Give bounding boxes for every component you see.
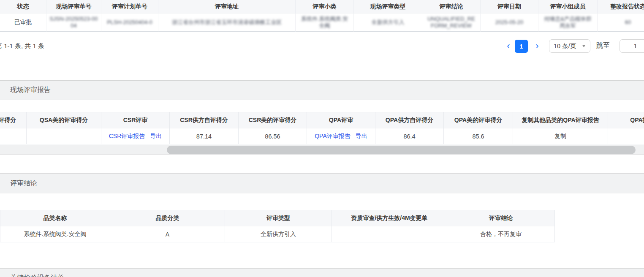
page-size-value: 10 条/页 (554, 42, 576, 50)
col-header-plan-order-no: 评审计划单号 (101, 0, 158, 14)
cell-category-name: 系统件.系统阀类.安全阀 (0, 226, 110, 242)
horizontal-scrollbar-track[interactable] (0, 145, 644, 155)
csr-report-link[interactable]: CSR评审报告 (109, 133, 145, 140)
pagination-prev-button[interactable]: ‹ (503, 40, 514, 52)
copy-qpa-report-action[interactable]: 复制 (513, 128, 608, 144)
report-scores-data-row: 88.18 CSR评审报告 导出 87.14 86.56 QPA评审报告 导出 … (0, 128, 644, 144)
col-header-csr-midea-score: CSR美的评审得分 (239, 112, 307, 128)
pagination-summary: 第 1-1 条, 共 1 条 (0, 42, 44, 50)
cell-address: 浙江省台州市浙江省玉环市清港镇塘横工业区 (158, 14, 296, 32)
cell-csr-supplier-score: 87.14 (170, 128, 239, 144)
cell-plan-order-no: PLSH-20250404-0 (101, 14, 158, 32)
cell-qualification (332, 226, 447, 242)
conclusion-data-row: 系统件.系统阀类.安全阀 A 全新供方引入 合格，不再复审 (0, 226, 555, 242)
col-header-onsite-type: 现场评审类型 (354, 0, 422, 14)
cell-qpa-audit: QPA评审报告 导出 (307, 128, 375, 144)
cell-quality-class: A (110, 226, 225, 242)
col-header-qpa-audit: QPA评审 (307, 112, 375, 128)
cell-csr-midea-score: 86.56 (239, 128, 307, 144)
audit-results-header-row: 状态 现场评审单号 评审计划单号 评审地址 评审小类 现场评审类型 评审结论 评… (0, 0, 644, 14)
cell-qpa-report-last (608, 128, 644, 144)
onsite-report-section-bar: 现场评审报告 (0, 80, 644, 100)
col-header-qualification: 资质审查/供方生效/4M变更单 (332, 210, 447, 226)
col-header-rectification-status: 整改报告状态 (598, 0, 644, 14)
onsite-report-section-title: 现场评审报告 (10, 86, 51, 95)
col-header-copy-qpa-report: 复制其他品类的QPA评审报告 (513, 112, 608, 128)
pagination-next-button[interactable]: › (531, 40, 543, 52)
report-scores-table: QSA供方自评得分 QSA美的评审得分 CSR评审 CSR供方自评得分 CSR美… (0, 112, 644, 144)
cell-date: 2025-05-20 (481, 14, 538, 32)
col-header-status: 状态 (0, 0, 46, 14)
col-header-qpa-midea-score: QPA美的评审得分 (444, 112, 513, 128)
col-header-conclusion: 评审结论 (422, 0, 481, 14)
col-header-csr-audit: CSR评审 (101, 112, 170, 128)
cell-qpa-supplier-score: 86.4 (375, 128, 444, 144)
cell-qpa-midea-score: 85.6 (444, 128, 513, 144)
audit-results-data-row: 已审批 SJSN-20250523-0004 PLSH-20250404-0 浙… (0, 14, 644, 32)
conclusion-table: 品类名称 品质分类 评审类型 资质审查/供方生效/4M变更单 评审结论 系统件.… (0, 210, 555, 242)
conclusion-section-title: 评审结论 (10, 179, 37, 188)
cell-team: 何继忠&产品模块群 周永军 (538, 14, 598, 32)
col-header-audit-conclusion: 评审结论 (447, 210, 555, 226)
conclusion-header-row: 品类名称 品质分类 评审类型 资质审查/供方生效/4M变更单 评审结论 (0, 210, 555, 226)
cell-rectification-status: 60 (598, 14, 644, 32)
col-header-subcategory: 评审小类 (296, 0, 354, 14)
col-header-address: 评审地址 (158, 0, 296, 14)
jump-to-page-input[interactable] (620, 39, 644, 53)
cell-qsa-supplier-score: 88.18 (0, 128, 27, 144)
page-size-select[interactable]: 10 条/页 ▼ (549, 39, 590, 53)
cell-subcategory: 系统件.系统阀类.安全阀 (296, 14, 354, 32)
col-header-team: 评审小组成员 (538, 0, 598, 14)
col-header-quality-class: 品质分类 (110, 210, 225, 226)
col-header-qsa-supplier-score: QSA供方自评得分 (0, 112, 27, 128)
equipment-list-section-title: 关键检验设备清单 (10, 274, 64, 277)
cell-conclusion: UNQUALIFIED_REFORM_REVIEW (422, 14, 481, 32)
report-scores-header-row: QSA供方自评得分 QSA美的评审得分 CSR评审 CSR供方自评得分 CSR美… (0, 112, 644, 128)
cell-qsa-midea-score (27, 128, 101, 144)
audit-results-table: 状态 现场评审单号 评审计划单号 评审地址 评审小类 现场评审类型 评审结论 评… (0, 0, 644, 32)
cell-audit-type: 全新供方引入 (225, 226, 332, 242)
pagination-page-1-button[interactable]: 1 (515, 40, 528, 53)
equipment-list-section-bar: 关键检验设备清单 (0, 268, 644, 277)
chevron-down-icon: ▼ (582, 44, 587, 48)
col-header-qpa-report: QPA报告 (608, 112, 644, 128)
col-header-category-name: 品类名称 (0, 210, 110, 226)
cell-onsite-type: 全新供方引入 (354, 14, 422, 32)
col-header-date: 评审日期 (481, 0, 538, 14)
col-header-qsa-midea-score: QSA美的评审得分 (27, 112, 101, 128)
conclusion-section-bar: 评审结论 (0, 173, 644, 193)
col-header-audit-type: 评审类型 (225, 210, 332, 226)
col-header-csr-supplier-score: CSR供方自评得分 (170, 112, 239, 128)
csr-export-link[interactable]: 导出 (150, 133, 162, 140)
cell-audit-order-no: SJSN-20250523-0004 (46, 14, 101, 32)
cell-audit-conclusion: 合格，不再复审 (447, 226, 555, 242)
cell-status: 已审批 (0, 14, 46, 32)
cell-csr-audit: CSR评审报告 导出 (101, 128, 170, 144)
qpa-export-link[interactable]: 导出 (356, 133, 367, 140)
col-header-qpa-supplier-score: QPA供方自评得分 (375, 112, 444, 128)
jump-to-label: 跳至 (596, 41, 610, 50)
qpa-report-link[interactable]: QPA评审报告 (315, 133, 351, 140)
col-header-audit-order-no: 现场评审单号 (46, 0, 101, 14)
horizontal-scrollbar-thumb[interactable] (167, 146, 636, 154)
